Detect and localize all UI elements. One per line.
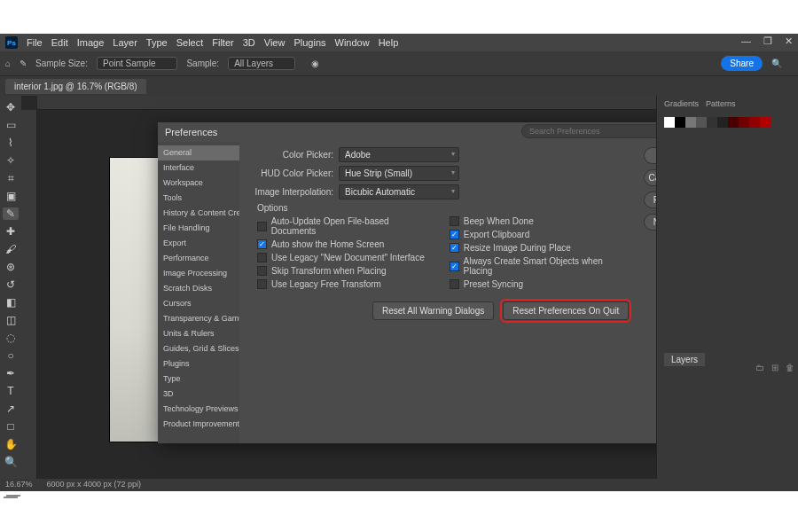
- background-color[interactable]: [6, 495, 20, 497]
- path-tool-icon[interactable]: ↗: [3, 403, 19, 415]
- category-cursors[interactable]: Cursors: [158, 296, 239, 311]
- sample-dropdown[interactable]: All Layers: [228, 57, 295, 70]
- checkbox-option[interactable]: Use Legacy Free Transform: [257, 279, 432, 289]
- foreground-color[interactable]: [4, 497, 18, 498]
- prev-button[interactable]: Prev: [644, 192, 656, 208]
- search-icon[interactable]: 🔍: [771, 59, 782, 68]
- menu-file[interactable]: File: [27, 37, 43, 48]
- zoom-tool-icon[interactable]: 🔍: [3, 456, 19, 468]
- move-tool-icon[interactable]: ✥: [3, 101, 19, 113]
- menu-filter[interactable]: Filter: [212, 37, 233, 48]
- marquee-tool-icon[interactable]: ▭: [3, 119, 19, 131]
- ok-button[interactable]: OK: [644, 147, 656, 164]
- preferences-search-input[interactable]: [521, 124, 656, 138]
- swatch[interactable]: [749, 117, 760, 128]
- swatches-row[interactable]: [664, 117, 791, 129]
- swatch[interactable]: [696, 117, 707, 128]
- stamp-tool-icon[interactable]: ⊛: [3, 261, 19, 273]
- category-type[interactable]: Type: [158, 372, 239, 387]
- home-icon[interactable]: ⌂: [5, 59, 11, 68]
- trash-icon[interactable]: 🗑: [786, 363, 794, 372]
- swatch[interactable]: [664, 117, 675, 128]
- hand-tool-icon[interactable]: ✋: [3, 438, 19, 450]
- type-tool-icon[interactable]: T: [3, 385, 19, 397]
- brush-tool-icon[interactable]: 🖌: [3, 243, 19, 255]
- swatch[interactable]: [685, 117, 696, 128]
- menu-layer[interactable]: Layer: [113, 37, 137, 48]
- checkbox-option[interactable]: ✓Export Clipboard: [450, 230, 630, 239]
- blur-tool-icon[interactable]: ◌: [3, 332, 19, 344]
- category-scratch-disks[interactable]: Scratch Disks: [158, 281, 239, 296]
- category-plugins[interactable]: Plugins: [158, 356, 239, 372]
- swatch[interactable]: [675, 117, 685, 128]
- category-3d[interactable]: 3D: [158, 387, 239, 402]
- eraser-tool-icon[interactable]: ◧: [3, 296, 19, 309]
- category-workspace[interactable]: Workspace: [158, 176, 239, 191]
- swatch[interactable]: [739, 117, 749, 128]
- pen-tool-icon[interactable]: ✒: [3, 367, 19, 379]
- checkbox-option[interactable]: Beep When Done: [450, 216, 630, 226]
- checkbox-option[interactable]: Preset Syncing: [450, 279, 630, 289]
- menu-plugins[interactable]: Plugins: [293, 37, 325, 48]
- frame-tool-icon[interactable]: ▣: [3, 190, 19, 202]
- tab-gradients[interactable]: Gradients: [664, 99, 699, 108]
- folder-icon[interactable]: 🗀: [755, 363, 764, 372]
- category-interface[interactable]: Interface: [158, 160, 239, 176]
- checkbox-option[interactable]: ✓Auto show the Home Screen: [257, 239, 432, 249]
- swatch[interactable]: [717, 117, 728, 128]
- category-file-handling[interactable]: File Handling: [158, 221, 239, 236]
- checkbox-option[interactable]: ✓Always Create Smart Objects when Placin…: [450, 256, 630, 276]
- dodge-tool-icon[interactable]: ○: [3, 349, 19, 362]
- tab-layers[interactable]: Layers: [664, 353, 705, 366]
- menu-type[interactable]: Type: [146, 37, 168, 48]
- gradient-tool-icon[interactable]: ◫: [3, 314, 19, 326]
- category-image-processing[interactable]: Image Processing: [158, 266, 239, 281]
- swatch[interactable]: [760, 117, 771, 128]
- heal-tool-icon[interactable]: ✚: [3, 225, 19, 238]
- category-product-improvement[interactable]: Product Improvement: [158, 417, 239, 432]
- checkbox-option[interactable]: Skip Transform when Placing: [257, 266, 432, 276]
- document-tab[interactable]: interior 1.jpg @ 16.7% (RGB/8): [5, 79, 146, 94]
- menu-view[interactable]: View: [264, 37, 286, 48]
- shape-tool-icon[interactable]: □: [3, 420, 19, 433]
- category-general[interactable]: General: [158, 145, 239, 160]
- eyedropper-tool-icon[interactable]: ✎: [3, 207, 19, 220]
- menu-window[interactable]: Window: [335, 37, 370, 48]
- hud-picker-dropdown[interactable]: Hue Strip (Small): [339, 166, 459, 181]
- sample-size-dropdown[interactable]: Point Sample: [97, 57, 177, 70]
- minimize-button[interactable]: —: [741, 35, 751, 47]
- menu-image[interactable]: Image: [77, 37, 105, 48]
- new-icon[interactable]: ⊞: [771, 363, 778, 372]
- wand-tool-icon[interactable]: ✧: [3, 154, 19, 167]
- swatch[interactable]: [728, 117, 739, 128]
- zoom-level[interactable]: 16.67%: [5, 480, 33, 490]
- menu-edit[interactable]: Edit: [51, 37, 68, 48]
- reset-warning-dialogs-button[interactable]: Reset All Warning Dialogs: [372, 301, 494, 320]
- category-history[interactable]: History & Content Credentials: [158, 206, 239, 221]
- checkbox-option[interactable]: Use Legacy "New Document" Interface: [257, 253, 432, 262]
- color-picker-dropdown[interactable]: Adobe: [339, 147, 459, 162]
- category-performance[interactable]: Performance: [158, 251, 239, 266]
- swatch[interactable]: [707, 117, 717, 128]
- category-tech-previews[interactable]: Technology Previews: [158, 402, 239, 417]
- tab-patterns[interactable]: Patterns: [706, 99, 736, 108]
- eyedropper-icon[interactable]: ✎: [20, 59, 27, 68]
- category-transparency[interactable]: Transparency & Gamut: [158, 311, 239, 326]
- crop-tool-icon[interactable]: ⌗: [3, 172, 19, 184]
- cancel-button[interactable]: Cancel: [644, 169, 656, 186]
- sample-ring-icon[interactable]: ◉: [311, 59, 319, 68]
- category-guides[interactable]: Guides, Grid & Slices: [158, 341, 239, 356]
- category-export[interactable]: Export: [158, 236, 239, 251]
- category-tools[interactable]: Tools: [158, 191, 239, 206]
- next-button[interactable]: Next: [644, 214, 656, 231]
- menu-select[interactable]: Select: [176, 37, 204, 48]
- menu-3d[interactable]: 3D: [243, 37, 255, 48]
- history-brush-icon[interactable]: ↺: [3, 278, 19, 291]
- checkbox-option[interactable]: ✓Resize Image During Place: [450, 243, 630, 253]
- category-units[interactable]: Units & Rulers: [158, 326, 239, 341]
- close-window-button[interactable]: ✕: [785, 35, 793, 47]
- maximize-button[interactable]: ❐: [763, 35, 772, 47]
- reset-preferences-on-quit-button[interactable]: Reset Preferences On Quit: [503, 301, 629, 320]
- menu-help[interactable]: Help: [379, 37, 399, 48]
- checkbox-option[interactable]: Auto-Update Open File-based Documents: [257, 216, 432, 236]
